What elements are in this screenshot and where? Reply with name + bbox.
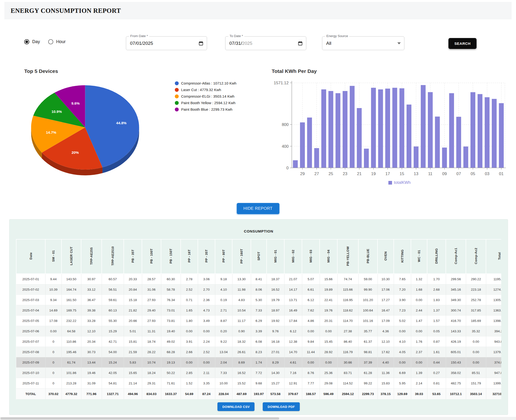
total-value-cell: 1633.37 xyxy=(161,389,181,399)
hide-report-button[interactable]: HIDE REPORT xyxy=(237,203,279,214)
scrollbar-thumb[interactable] xyxy=(0,417,279,420)
value-cell: 0.44 xyxy=(427,357,446,368)
total-value-cell: 834.03 xyxy=(142,389,161,399)
value-cell: 61.28 xyxy=(358,368,377,378)
calendar-icon[interactable] xyxy=(298,41,303,46)
value-cell: 49.02 xyxy=(161,336,181,347)
value-cell: 13.30 xyxy=(232,274,251,284)
y-axis-tick-label: 0 xyxy=(286,166,289,170)
value-cell: 15.27 xyxy=(267,378,284,389)
from-date-input[interactable]: From Date * 07/01/2025 xyxy=(126,36,207,50)
total-value-cell: 379.67 xyxy=(284,389,302,399)
value-cell: 29.40 xyxy=(142,305,161,316)
x-axis-tick-label: 01 xyxy=(499,171,504,176)
bar xyxy=(314,148,319,168)
value-cell: 151.79 xyxy=(466,378,486,389)
value-cell: 143.33 xyxy=(446,326,466,336)
value-cell: 59.61 xyxy=(102,295,124,305)
value-cell: 8.41 xyxy=(251,274,267,284)
table-row: 2025-07-0517.08232.2233.2855.3020.6627.9… xyxy=(16,316,501,326)
column-header: TPP-AE2510 xyxy=(102,239,124,274)
horizontal-scrollbar[interactable] xyxy=(0,417,516,420)
x-axis-tick-label: 21 xyxy=(357,171,362,176)
legend-text: Compressor-ELGi : 3503.14 Kwh xyxy=(181,94,234,98)
value-cell: 60.57 xyxy=(102,274,124,284)
value-cell: 18.97 xyxy=(267,305,284,316)
column-header: Total xyxy=(486,239,501,274)
value-cell: 14.70 xyxy=(284,347,302,357)
value-cell: 0 xyxy=(45,357,62,368)
value-cell: 116.95 xyxy=(337,295,358,305)
value-cell: 0.00 xyxy=(181,357,198,368)
value-cell: 1.61 xyxy=(427,347,446,357)
column-header-label: PB - 35T xyxy=(131,249,135,263)
radio-hour[interactable]: Hour xyxy=(48,39,66,44)
value-cell: 26.61 xyxy=(232,347,251,357)
value-cell: 20.84 xyxy=(124,284,142,295)
value-cell: 7.77 xyxy=(302,378,320,389)
value-cell: 7.20 xyxy=(394,284,411,295)
energy-source-select[interactable]: Energy Source All xyxy=(322,36,404,50)
row-total-cell: 947.82 xyxy=(486,368,501,378)
value-cell: 8.87 xyxy=(215,316,232,326)
radio-day[interactable]: Day xyxy=(24,39,40,44)
x-axis-tick-label: 19 xyxy=(371,171,376,176)
row-total-cell: 394.27 xyxy=(486,326,501,336)
radio-selected-icon[interactable] xyxy=(24,39,29,44)
value-cell: 16.18 xyxy=(267,336,284,347)
bar-chart: 04008001571.1229272523211917151311090705… xyxy=(268,79,512,179)
calendar-icon[interactable] xyxy=(199,41,203,46)
legend-text: Compressor-Atlas : 10712.10 Kwh xyxy=(181,81,236,85)
value-cell: 39.38 xyxy=(81,305,102,316)
consumption-table-scroll-area[interactable]: DateSM - 01LASER CUTTPP-AE255TPP-AE2510P… xyxy=(16,239,501,399)
value-cell: 1.68 xyxy=(411,284,427,295)
column-header-label: TPP-AE2510 xyxy=(111,246,115,266)
value-cell: 2.36 xyxy=(198,295,215,305)
value-cell: 5.07 xyxy=(302,274,320,284)
to-date-input[interactable]: To Date * 07/31/2025 xyxy=(225,36,306,50)
bar xyxy=(343,91,347,168)
radio-day-label: Day xyxy=(32,39,40,44)
value-cell: 31.09 xyxy=(81,378,102,389)
search-button[interactable]: SEARCH xyxy=(448,38,477,49)
value-cell: 10.54 xyxy=(232,305,251,316)
radio-unselected-icon[interactable] xyxy=(48,39,53,44)
value-cell: 1.52 xyxy=(181,378,198,389)
total-value-cell: 39.03 xyxy=(411,389,427,399)
value-cell: 35.77 xyxy=(358,326,377,336)
value-cell: 2.71 xyxy=(215,305,232,316)
value-cell: 59.00 xyxy=(358,274,377,284)
value-cell: 19.76 xyxy=(320,305,337,316)
column-header-label: WC - 01 xyxy=(417,250,421,262)
value-cell: 101.20 xyxy=(358,295,377,305)
value-cell: 17.09 xyxy=(377,316,394,326)
value-cell: 6.61 xyxy=(302,284,320,295)
bar xyxy=(336,93,340,168)
date-cell: 2025-07-04 xyxy=(16,305,45,316)
column-header: PB-BLUE xyxy=(358,239,377,274)
value-cell: 150.43 xyxy=(446,357,466,368)
download-csv-button[interactable]: DOWNLOAD CSV xyxy=(217,402,254,411)
value-cell: 14.30 xyxy=(267,368,284,378)
total-value-cell: 53.65 xyxy=(427,389,446,399)
value-cell: 5.83 xyxy=(124,357,142,368)
value-cell: 35.32 xyxy=(466,326,486,336)
column-header: LASER CUT xyxy=(62,239,81,274)
column-header: TPP-AE255 xyxy=(81,239,102,274)
download-pdf-button[interactable]: DOWNLOAD PDF xyxy=(263,402,300,411)
chevron-down-icon[interactable] xyxy=(397,42,401,44)
legend-dot-icon xyxy=(175,88,179,92)
pie-chart-title: Top 5 Devices xyxy=(24,68,58,74)
value-cell: 19.13 xyxy=(161,357,181,368)
y-axis-tick-label: 400 xyxy=(282,144,289,149)
y-axis-tick-label: 800 xyxy=(282,122,289,127)
value-cell: 99.90 xyxy=(358,284,377,295)
column-header: PP - 80T xyxy=(215,239,232,274)
row-total-cell: 943.89 xyxy=(486,336,501,347)
value-cell: 9.76 xyxy=(267,326,284,336)
value-cell: 1.57 xyxy=(427,316,446,326)
value-cell: 8.23 xyxy=(251,347,267,357)
value-cell: 317.85 xyxy=(466,305,486,316)
energy-source-label: Energy Source xyxy=(325,34,349,38)
value-cell: 8.06 xyxy=(251,284,267,295)
